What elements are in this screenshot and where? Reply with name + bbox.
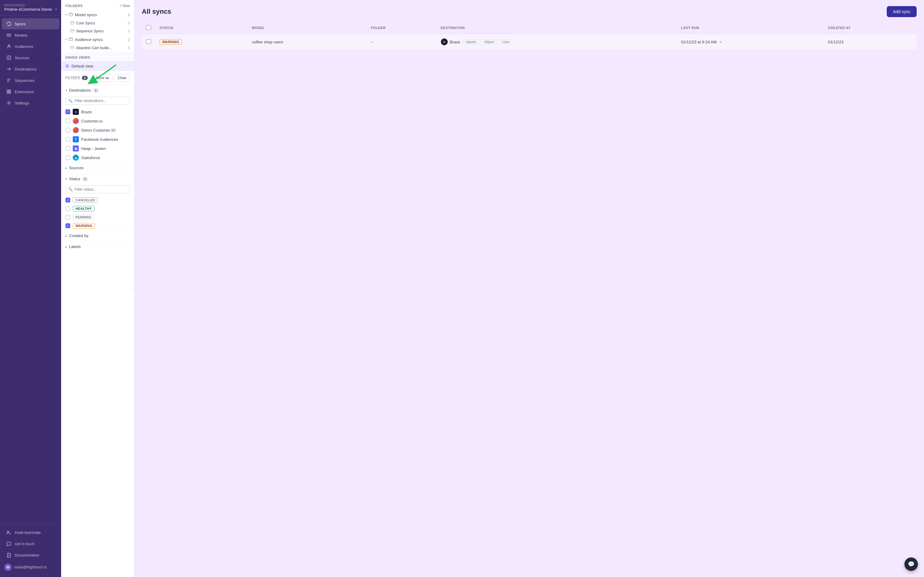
sidebar-item-models-label: Models [15,33,27,37]
filter-status-healthy[interactable]: HEALTHY [61,204,134,213]
filter-status-label: Status [69,177,81,181]
folder-group-model-syncs[interactable]: ▾ Model syncs 8 [61,10,134,19]
healthy-checkbox[interactable] [65,206,70,211]
destinations-search-input[interactable] [74,99,127,103]
customerio-checkbox[interactable] [65,119,70,123]
filter-status-pending[interactable]: PENDING [61,213,134,221]
settings-icon [6,100,11,106]
folders-label: FOLDERS [65,4,82,8]
filter-created-by-header[interactable]: ▸ Created by [61,230,134,241]
sidebar-item-settings[interactable]: Settings [2,97,59,108]
braze-label: Braze [81,110,92,114]
collapse-panel-button[interactable]: ‹ [131,285,134,292]
chat-icon: 💬 [908,561,914,567]
subfolder-core-syncs[interactable]: Core Syncs 0 [61,19,134,27]
salesforce-label: Salesforce [81,155,100,160]
filter-destination-braze[interactable]: ⊙ Braze [61,107,134,116]
svg-point-7 [8,102,10,103]
row-checkbox[interactable] [146,39,151,44]
filter-section-destinations: ▾ Destinations 1 🔍 ⊙ Braze Customer.io D… [61,85,134,162]
external-link-icon[interactable]: ↗ [719,40,722,44]
filter-status-count: 2 [82,177,88,181]
filter-status-canceled[interactable]: CANCELED [61,196,134,204]
filter-section-labels: ▸ Labels [61,241,134,252]
filter-labels-header[interactable]: ▸ Labels [61,241,134,252]
filter-destination-facebook[interactable]: f Facebook Audiences [61,135,134,144]
saved-views-header: SAVED VIEWS [61,52,134,61]
sidebar-item-docs[interactable]: Documentation [2,550,59,561]
syncs-table: STATUS MODEL FOLDER DESTINATION LAST RUN… [142,22,917,50]
sidebar-item-sources[interactable]: Sources [2,52,59,63]
sidebar: WORKSPACE Pristine eCommerce Demo ▾ Sync… [0,0,61,577]
braze-icon: ⊙ [73,109,79,115]
save-as-button[interactable]: Save as [93,74,113,82]
invite-icon [6,530,11,535]
filter-destination-demo-customerio[interactable]: Demo Customer IO [61,126,134,135]
chat-bubble-button[interactable]: 💬 [905,558,918,571]
collapse-created-by-icon: ▸ [65,234,67,238]
demo-customerio-checkbox[interactable] [65,128,70,132]
filter-status-warning[interactable]: WARNING [61,221,134,230]
table-container: STATUS MODEL FOLDER DESTINATION LAST RUN… [134,22,924,577]
canceled-checkbox[interactable] [65,198,70,203]
salesforce-checkbox[interactable] [65,155,70,160]
upsert-tag: Upsert [463,39,479,45]
folder-group-audience-syncs[interactable]: ▾ Audience syncs 2 [61,35,134,44]
workspace-switcher[interactable]: WORKSPACE Pristine eCommerce Demo ▾ [0,0,61,16]
collapse-sources-icon: ▸ [65,166,67,170]
add-sync-button[interactable]: Add sync [887,6,917,17]
facebook-checkbox[interactable] [65,137,70,142]
sidebar-item-destinations[interactable]: Destinations [2,63,59,74]
sidebar-item-extensions[interactable]: Extensions [2,86,59,97]
filter-section-sources: ▸ Sources [61,162,134,173]
heap-checkbox[interactable] [65,146,70,151]
model-icon [6,32,11,38]
filter-section-created-by: ▸ Created by [61,230,134,241]
sidebar-item-audiences[interactable]: Audiences [2,41,59,52]
user-bar[interactable]: M maria@hightouch.io [0,561,61,573]
folders-header: FOLDERS + New [61,0,134,10]
destinations-search: 🔍 [65,97,130,105]
nav-items: Syncs Models Audiences [0,16,61,524]
sidebar-item-sequences[interactable]: Sequences [2,75,59,86]
clear-filters-button[interactable]: Clear [114,74,130,82]
table-row[interactable]: WARNING coffee shop users -- ⊙ Braze Ups… [142,34,917,50]
sidebar-item-get-in-touch[interactable]: Get in touch [2,538,59,550]
status-badge: WARNING [160,39,182,45]
subfolder-icon [70,45,74,50]
braze-checkbox[interactable] [65,110,70,114]
sidebar-item-invite[interactable]: Invite teammate [2,527,59,538]
sidebar-item-models[interactable]: Models [2,30,59,40]
new-folder-button[interactable]: + New [119,4,130,8]
sidebar-item-syncs-label: Syncs [15,22,25,26]
filter-destination-customerio[interactable]: Customer.io [61,116,134,126]
collapse-status-icon: ▾ [65,177,67,181]
subfolder-abandon-cart[interactable]: Abandon Cart Audie... 0 [61,44,134,52]
subfolder-left: Sequence Syncs [70,29,103,34]
filter-status-header[interactable]: ▾ Status 2 [61,174,134,184]
warning-checkbox[interactable] [65,223,70,228]
sidebar-item-invite-label: Invite teammate [15,530,40,535]
default-view-item[interactable]: ⊞ Default view [61,61,134,71]
filter-destinations-count: 1 [93,88,99,93]
svg-rect-0 [7,34,11,36]
subfolder-count: 0 [128,21,130,25]
svg-rect-4 [9,90,11,91]
filter-sources-header[interactable]: ▸ Sources [61,163,134,173]
model-name: coffee shop users [252,40,283,44]
filter-destinations-header[interactable]: ▾ Destinations 1 [61,85,134,96]
filter-destination-salesforce[interactable]: ☁ Salesforce [61,153,134,162]
heap-label: Heap - Jesien [81,146,106,151]
source-icon [6,55,11,60]
filter-destination-heap[interactable]: ▦ Heap - Jesien [61,144,134,153]
folder-collapse-icon: ▾ [65,38,67,41]
sidebar-item-syncs[interactable]: Syncs [2,18,59,29]
pending-checkbox[interactable] [65,215,70,220]
demo-customerio-icon [73,127,79,133]
sync-icon [6,21,11,27]
subfolder-sequence-syncs[interactable]: Sequence Syncs 2 [61,27,134,35]
filters-count-badge: 2 [82,76,87,80]
destination-col-header: DESTINATION [436,22,677,34]
status-search-input[interactable] [74,187,127,192]
select-all-checkbox[interactable] [146,25,151,30]
